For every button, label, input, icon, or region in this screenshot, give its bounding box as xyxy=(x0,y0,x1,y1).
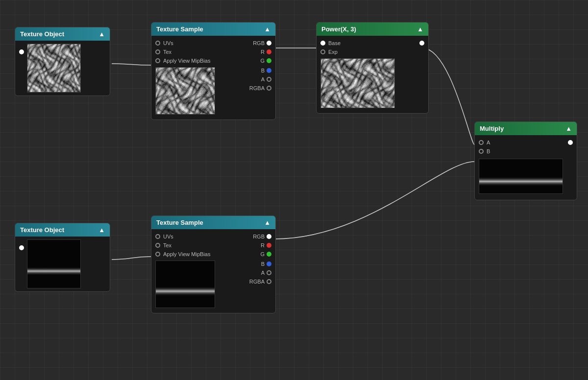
node-body-multiply: A B xyxy=(475,135,577,200)
label-g-out-2: G xyxy=(260,251,265,257)
label-r-out-1: R xyxy=(261,49,265,55)
row-b-out-1: B xyxy=(219,66,275,75)
row-mipbias-2: Apply View MipBias G xyxy=(151,250,275,259)
preview-canvas-sample-1 xyxy=(155,67,215,115)
label-mipbias-1: Apply View MipBias xyxy=(163,58,210,64)
label-rgba-out-1: RGBA xyxy=(249,85,265,91)
input-pin-uvs-2 xyxy=(155,234,160,239)
preview-canvas-texture-object-2 xyxy=(27,239,81,288)
row-tex-1: Tex R xyxy=(151,48,275,56)
label-tex-2: Tex xyxy=(163,242,172,248)
label-rgb-out-1: RGB xyxy=(253,40,265,46)
node-title-texture-object-2: Texture Object xyxy=(20,226,64,234)
node-title-multiply: Multiply xyxy=(480,125,504,132)
power-node: Power(X, 3) ▲ Base Exp xyxy=(316,22,429,114)
node-collapse-arrow-power[interactable]: ▲ xyxy=(417,25,423,33)
node-collapse-arrow-3[interactable]: ▲ xyxy=(98,226,105,234)
row-tex-2: Tex R xyxy=(151,241,275,250)
node-collapse-arrow-2[interactable]: ▲ xyxy=(264,25,270,33)
label-mipbias-2: Apply View MipBias xyxy=(163,251,210,257)
row-a-out-2: A xyxy=(219,268,275,277)
input-pin-exp xyxy=(320,49,325,54)
output-pin-g-2 xyxy=(267,252,271,257)
input-pin-mipbias-1 xyxy=(155,58,160,63)
row-uvs-1: UVs RGB xyxy=(151,39,275,48)
input-pin-mult-a xyxy=(479,140,484,145)
node-header-texture-sample-1: Texture Sample ▲ xyxy=(151,23,275,36)
multiply-node: Multiply ▲ A B xyxy=(474,121,577,200)
label-rgb-out-2: RGB xyxy=(253,234,265,239)
node-header-texture-object-2: Texture Object ▲ xyxy=(15,223,110,237)
output-pin-r-2 xyxy=(267,243,271,248)
node-collapse-arrow-1[interactable]: ▲ xyxy=(98,30,105,38)
preview-canvas-sample-2 xyxy=(155,261,215,308)
label-base: Base xyxy=(328,40,341,46)
node-title-texture-sample-2: Texture Sample xyxy=(156,219,203,226)
output-pin-g-1 xyxy=(267,58,271,63)
node-collapse-arrow-multiply[interactable]: ▲ xyxy=(565,125,572,132)
node-header-power: Power(X, 3) ▲ xyxy=(317,23,428,36)
row-b-out-2: B xyxy=(219,260,275,268)
node-title-power: Power(X, 3) xyxy=(321,25,356,33)
row-mult-a: A xyxy=(475,138,577,147)
input-pin-base xyxy=(320,41,325,46)
output-pin-rgb-1 xyxy=(267,41,271,46)
output-pin-power xyxy=(419,41,424,46)
label-tex-1: Tex xyxy=(163,49,172,55)
label-uvs-1: UVs xyxy=(163,40,173,46)
label-mult-b: B xyxy=(487,148,490,154)
node-body-texture-object-1 xyxy=(15,41,110,95)
node-body-texture-sample-1: UVs RGB Tex R Apply View MipBias G xyxy=(151,36,275,119)
node-body-texture-sample-2: UVs RGB Tex R Apply View MipBias G xyxy=(151,229,275,313)
label-rgba-out-2: RGBA xyxy=(249,279,265,285)
input-pin-tex-2 xyxy=(155,243,160,248)
output-pin-a-1 xyxy=(267,77,271,82)
texture-object-node-2: Texture Object ▲ xyxy=(15,223,110,292)
label-a-out-1: A xyxy=(261,76,265,82)
node-body-texture-object-2 xyxy=(15,237,110,291)
label-a-out-2: A xyxy=(261,270,265,276)
label-b-out-1: B xyxy=(261,68,265,73)
preview-canvas-texture-object-1 xyxy=(27,44,81,93)
output-pin-rgba-2 xyxy=(267,279,271,284)
row-rgba-out-2: RGBA xyxy=(219,277,275,286)
output-pin-rgba-1 xyxy=(267,86,271,91)
output-pin-b-2 xyxy=(267,261,271,266)
label-r-out-2: R xyxy=(261,242,265,248)
preview-canvas-power xyxy=(320,58,395,108)
input-pin-mult-b xyxy=(479,149,484,154)
node-header-multiply: Multiply ▲ xyxy=(475,122,577,135)
label-uvs-2: UVs xyxy=(163,234,173,239)
node-collapse-arrow-4[interactable]: ▲ xyxy=(264,219,270,226)
texture-sample-node-2: Texture Sample ▲ UVs RGB Tex R xyxy=(151,215,276,313)
output-pin-texture-object-2 xyxy=(19,245,24,250)
output-pin-rgb-2 xyxy=(267,234,271,239)
label-b-out-2: B xyxy=(261,261,265,267)
row-exp: Exp xyxy=(317,48,428,56)
row-mult-b: B xyxy=(475,147,577,156)
row-uvs-2: UVs RGB xyxy=(151,232,275,241)
row-rgba-out-1: RGBA xyxy=(219,84,275,93)
input-pin-tex-1 xyxy=(155,49,160,54)
row-mipbias-1: Apply View MipBias G xyxy=(151,56,275,65)
preview-canvas-multiply xyxy=(479,159,563,194)
label-exp: Exp xyxy=(328,49,338,55)
label-g-out-1: G xyxy=(260,58,265,64)
node-body-power: Base Exp xyxy=(317,36,428,113)
output-pin-texture-object-1 xyxy=(19,49,24,54)
row-a-out-1: A xyxy=(219,75,275,84)
row-base: Base xyxy=(317,39,428,48)
input-pin-mipbias-2 xyxy=(155,252,160,257)
output-pin-b-1 xyxy=(267,68,271,73)
output-pin-a-2 xyxy=(267,270,271,275)
label-mult-a: A xyxy=(487,140,490,145)
input-pin-uvs-1 xyxy=(155,41,160,46)
node-title-texture-sample-1: Texture Sample xyxy=(156,25,203,33)
texture-sample-node-1: Texture Sample ▲ UVs RGB Tex R xyxy=(151,22,276,120)
node-header-texture-object-1: Texture Object ▲ xyxy=(15,27,110,41)
texture-object-node-1: Texture Object ▲ xyxy=(15,27,110,96)
node-header-texture-sample-2: Texture Sample ▲ xyxy=(151,216,275,229)
output-pin-multiply xyxy=(568,140,573,145)
node-title-texture-object-1: Texture Object xyxy=(20,30,64,38)
output-pin-r-1 xyxy=(267,49,271,54)
